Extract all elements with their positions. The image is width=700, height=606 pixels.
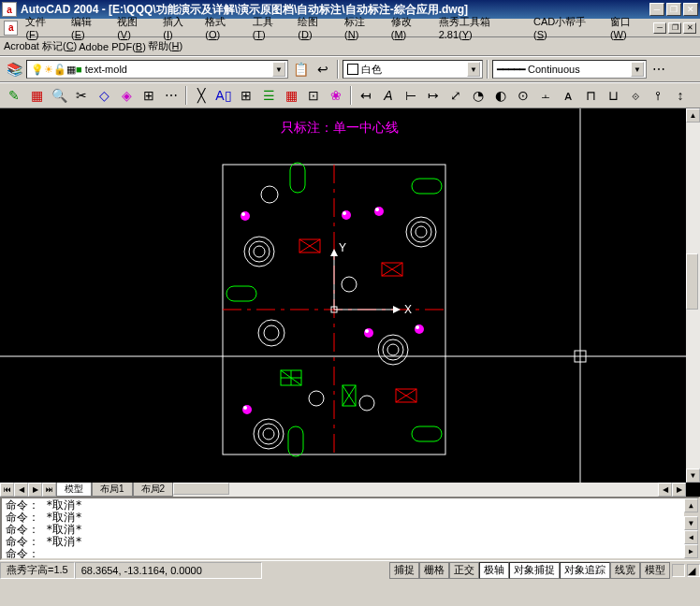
scroll-right-button[interactable]: ▶	[672, 483, 686, 497]
menu-format[interactable]: 格式(O)	[199, 13, 244, 42]
tool-4[interactable]: ✂	[71, 85, 92, 106]
menu-draw[interactable]: 绘图(D)	[292, 13, 337, 42]
tool-15[interactable]: ❀	[326, 85, 346, 106]
hscroll-track[interactable]	[173, 483, 658, 497]
menu-insert[interactable]: 插入(I)	[157, 13, 197, 42]
tab-first-button[interactable]: ⏮	[0, 483, 14, 497]
dim-edit[interactable]: ⟐	[625, 85, 646, 106]
toggle-lwt[interactable]: 线宽	[610, 562, 640, 579]
menu-adobepdf[interactable]: Adobe PDF(B)	[79, 41, 146, 52]
dim-update[interactable]: ↕	[670, 85, 691, 106]
chevron-down-icon[interactable]: ▼	[272, 62, 285, 77]
cmd-scroll-up[interactable]: ▲	[684, 498, 698, 512]
toggle-model[interactable]: 模型	[640, 562, 670, 579]
cmd-scrollbar[interactable]: ▲ ▼ ◀ ▶	[684, 498, 698, 558]
cmd-scroll-left[interactable]: ◀	[684, 530, 698, 544]
toolbar-custom: ✎ ▦ 🔍 ✂ ◇ ◈ ⊞ ⋯ ╳ A▯ ⊞ ☰ ▦ ⊡ ❀ ↤ A ⊢ ↦ ⤢…	[0, 82, 700, 108]
svg-rect-13	[290, 163, 305, 193]
tool-5[interactable]: ◇	[94, 85, 114, 106]
scroll-up-button[interactable]: ▲	[686, 108, 700, 123]
tab-next-button[interactable]: ▶	[28, 483, 42, 497]
layer-previous-button[interactable]: ↩	[313, 59, 333, 79]
dim-style[interactable]: ⫯	[648, 85, 668, 106]
chevron-down-icon[interactable]: ▼	[467, 62, 480, 77]
status-tray-icon[interactable]	[672, 564, 685, 577]
svg-rect-17	[288, 426, 303, 456]
dim-angular[interactable]: ◔	[468, 85, 489, 106]
dim-arc[interactable]: ◐	[490, 85, 511, 106]
toggle-osnap[interactable]: 对象捕捉	[509, 562, 560, 579]
svg-point-58	[364, 328, 373, 338]
chevron-down-icon[interactable]: ▼	[631, 62, 644, 77]
linetype-dropdown[interactable]: ━━━━━ Continuous ▼	[492, 60, 647, 79]
dim-center[interactable]: ⊙	[513, 85, 533, 106]
menu-dimension[interactable]: 标注(N)	[339, 13, 384, 42]
tool-7[interactable]: ⊞	[139, 85, 159, 106]
minimize-button[interactable]: ─	[649, 3, 664, 16]
dim-continue[interactable]: ᴀ	[558, 85, 578, 106]
menu-edit[interactable]: 编辑(E)	[66, 13, 109, 42]
tab-layout1[interactable]: 布局1	[92, 483, 133, 497]
tab-last-button[interactable]: ⏭	[42, 483, 56, 497]
toggle-otrack[interactable]: 对象追踪	[560, 562, 610, 579]
svg-point-59	[365, 329, 369, 333]
dim-linear[interactable]: ↤	[356, 85, 376, 106]
layer-manager-button[interactable]: 📚	[4, 59, 24, 79]
tab-layout2[interactable]: 布局2	[133, 483, 174, 497]
maximize-button[interactable]: ❐	[666, 3, 681, 16]
menu-window[interactable]: 窗口(W)	[605, 13, 651, 42]
tab-prev-button[interactable]: ◀	[14, 483, 28, 497]
horizontal-scrollbar: ⏮ ◀ ▶ ⏭ 模型 布局1 布局2 ◀ ▶	[0, 483, 686, 497]
tool-6[interactable]: ◈	[116, 85, 137, 106]
menu-help[interactable]: 帮助(H)	[148, 39, 182, 53]
tool-2[interactable]: ▦	[26, 85, 47, 106]
tool-3[interactable]: 🔍	[49, 85, 69, 106]
toggle-grid[interactable]: 栅格	[419, 562, 449, 579]
tool-13[interactable]: ▦	[281, 85, 301, 106]
drawing-canvas[interactable]: X Y 只标注：单一中心线 ▲ ▼	[0, 108, 700, 497]
layer-states-button[interactable]: 📋	[290, 59, 311, 79]
dim-aligned[interactable]: A	[378, 85, 399, 106]
tool-12[interactable]: ☰	[258, 85, 279, 106]
doc-restore-button[interactable]: ❐	[668, 22, 681, 34]
cmd-scroll-right[interactable]: ▶	[684, 544, 698, 558]
menu-view[interactable]: 视图(V)	[111, 13, 155, 42]
tool-8[interactable]: ⋯	[161, 85, 182, 106]
tool-9[interactable]: ╳	[191, 85, 211, 106]
dim-diameter[interactable]: ⤢	[445, 85, 466, 106]
layer-dropdown[interactable]: 💡☀🔓▦■ text-mold ▼	[26, 60, 288, 79]
close-button[interactable]: ✕	[683, 3, 698, 16]
hscroll-thumb[interactable]	[173, 483, 229, 495]
cmd-prompt[interactable]: 命令：	[6, 548, 694, 560]
scroll-left-button[interactable]: ◀	[658, 483, 672, 497]
tool-14[interactable]: ⊡	[303, 85, 324, 106]
menu-modify[interactable]: 修改(M)	[386, 13, 431, 42]
svg-point-46	[387, 344, 399, 355]
scroll-down-button[interactable]: ▼	[686, 469, 700, 483]
vertical-scrollbar[interactable]: ▲ ▼	[686, 108, 700, 483]
command-window[interactable]: 命令： *取消* 命令： *取消* 命令： *取消* 命令： *取消* 命令： …	[0, 497, 700, 560]
toggle-ortho[interactable]: 正交	[449, 562, 479, 579]
toggle-polar[interactable]: 极轴	[479, 562, 509, 579]
tool-10[interactable]: A▯	[213, 85, 234, 106]
dim-leader[interactable]: ⊓	[580, 85, 601, 106]
tool-11[interactable]: ⊞	[236, 85, 256, 106]
menu-file[interactable]: 文件(F)	[20, 13, 64, 42]
menu-acrobat[interactable]: Acrobat 标记(C)	[4, 39, 77, 53]
status-tray-icon[interactable]: ◢	[687, 564, 700, 577]
dim-baseline[interactable]: ⫠	[535, 85, 556, 106]
dim-radius[interactable]: ↦	[423, 85, 444, 106]
linetype-manager-button[interactable]: ⋯	[649, 59, 669, 79]
color-dropdown[interactable]: 白色 ▼	[343, 60, 483, 79]
menu-tools[interactable]: 工具(T)	[247, 13, 291, 42]
dim-tolerance[interactable]: ⊔	[603, 85, 623, 106]
menu-yanxiu[interactable]: 燕秀工具箱2.81(Y)	[433, 13, 526, 42]
doc-minimize-button[interactable]: ─	[653, 22, 666, 34]
dim-ordinate[interactable]: ⊢	[401, 85, 421, 106]
toggle-snap[interactable]: 捕捉	[389, 562, 419, 579]
doc-close-button[interactable]: ✕	[683, 22, 696, 34]
tool-1[interactable]: ✎	[4, 85, 24, 106]
tab-model[interactable]: 模型	[56, 483, 92, 497]
cmd-scroll-down[interactable]: ▼	[684, 516, 698, 530]
menu-cadhelper[interactable]: CAD小帮手(S)	[528, 13, 603, 42]
